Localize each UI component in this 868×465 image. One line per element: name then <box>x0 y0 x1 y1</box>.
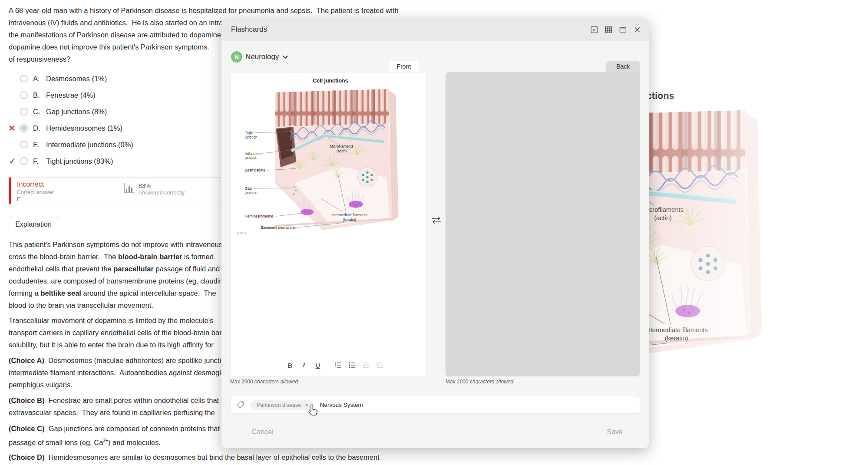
tag-typing-text: Nervous System <box>320 402 363 408</box>
screen: Cell junctions <box>0 0 868 465</box>
modal-title: Flashcards <box>231 25 267 34</box>
tab-front[interactable]: Front <box>389 61 419 72</box>
tag-label: Parkinson disease <box>257 402 301 408</box>
deck-selector[interactable]: N Neurology <box>231 50 288 63</box>
choice-label: Hemidesmosomes (1%) <box>46 124 122 132</box>
bullet-list-icon[interactable] <box>348 361 356 369</box>
choice-radio[interactable] <box>20 75 28 82</box>
choice-row-d[interactable]: × D. Hemidesmosomes (1%) <box>9 120 133 136</box>
deck-name: Neurology <box>245 53 279 61</box>
choice-radio[interactable] <box>20 108 28 115</box>
italic-button[interactable]: I <box>300 362 308 369</box>
grid-icon[interactable] <box>604 26 612 33</box>
percent-correct: 83% <box>139 182 185 190</box>
save-button[interactable]: Save <box>607 428 623 436</box>
choice-label: Tight junctions (83%) <box>46 157 113 165</box>
swap-sides-button[interactable] <box>431 216 442 224</box>
back-card-editor[interactable] <box>446 72 640 376</box>
bold-button[interactable]: B <box>286 362 294 369</box>
question-line: A 68-year-old man with a history of Park… <box>9 4 399 16</box>
choice-row-b[interactable]: B. Fenestrae (4%) <box>9 87 133 103</box>
choice-radio[interactable] <box>20 91 28 99</box>
choice-letter: F. <box>33 157 46 165</box>
choice-letter: A. <box>33 75 46 83</box>
tag-icon <box>237 401 245 409</box>
choice-letter: C. <box>33 108 46 116</box>
choice-letter: E. <box>33 141 46 149</box>
deck-badge: N <box>231 51 242 63</box>
choice-row-e[interactable]: E. Intermediate junctions (0%) <box>9 136 133 153</box>
tag-pill[interactable]: Parkinson disease × <box>251 400 314 410</box>
explanation-paragraph: This patient's Parkinson symptoms do not… <box>9 238 229 311</box>
result-status: Incorrect <box>17 181 44 188</box>
explanation-paragraph: (Choice D) Hemidesmosomes are similar to… <box>9 451 380 463</box>
front-card-editor[interactable]: B I U 123 <box>230 72 426 376</box>
close-icon[interactable] <box>633 26 641 33</box>
percent-correct-label: Answered correctly <box>139 190 185 196</box>
choice-radio-selected[interactable] <box>20 124 28 132</box>
window-icon[interactable] <box>619 26 627 33</box>
flashcards-modal: Flashcards <box>221 18 649 448</box>
choice-row-f[interactable]: ✓ F. Tight junctions (83%) <box>9 153 133 169</box>
front-char-limit: Max 2000 characters allowed <box>230 379 298 385</box>
choice-letter: D. <box>33 124 46 132</box>
choice-label: Desmosomes (1%) <box>46 75 107 83</box>
choice-label: Gap junctions (8%) <box>46 108 107 116</box>
tab-back[interactable]: Back <box>606 61 640 72</box>
underline-button[interactable]: U <box>314 362 322 369</box>
incorrect-mark-icon: × <box>9 123 20 133</box>
correct-answer-value: F <box>17 196 20 202</box>
toolbar-divider <box>328 361 328 369</box>
chevron-down-icon <box>282 55 288 59</box>
explanation-paragraph: Transcellular movement of dopamine is li… <box>9 314 232 351</box>
choice-radio[interactable] <box>20 157 28 165</box>
choice-label: Intermediate junctions (0%) <box>46 141 133 149</box>
choice-row-a[interactable]: A. Desmosomes (1%) <box>9 70 133 87</box>
indent-icon[interactable] <box>376 361 384 369</box>
expand-icon[interactable] <box>590 26 598 33</box>
tab-explanation[interactable]: Explanation <box>9 216 58 233</box>
correct-mark-icon: ✓ <box>9 157 20 165</box>
outdent-icon[interactable] <box>362 361 370 369</box>
correct-answer-label: Correct answer <box>17 189 54 195</box>
choice-row-c[interactable]: C. Gap junctions (8%) <box>9 103 133 120</box>
tags-input[interactable]: Parkinson disease × Nervous System <box>230 396 640 414</box>
editor-toolbar: B I U 123 <box>286 359 384 372</box>
hand-cursor-icon <box>307 404 319 419</box>
swap-arrows-icon <box>431 216 442 224</box>
cancel-button[interactable]: Cancel <box>252 428 274 436</box>
choice-radio[interactable] <box>20 141 28 148</box>
explanation-paragraph: (Choice A) Desmosomes (maculae adherente… <box>9 354 233 391</box>
back-char-limit: Max 2000 characters allowed <box>446 379 513 385</box>
svg-text:3: 3 <box>335 366 337 369</box>
bar-chart-icon <box>123 182 135 194</box>
explanation-paragraph: (Choice B) Fenestrae are small pores wit… <box>9 394 219 419</box>
answer-choices: A. Desmosomes (1%) B. Fenestrae (4%) C. … <box>9 70 133 169</box>
choice-letter: B. <box>33 91 46 99</box>
explanation-paragraph: (Choice C) Gap junctions are composed of… <box>9 422 220 449</box>
choice-label: Fenestrae (4%) <box>46 91 96 99</box>
modal-header[interactable]: Flashcards <box>221 18 649 41</box>
ordered-list-icon[interactable]: 123 <box>334 361 342 369</box>
cell-junctions-image <box>234 75 423 235</box>
